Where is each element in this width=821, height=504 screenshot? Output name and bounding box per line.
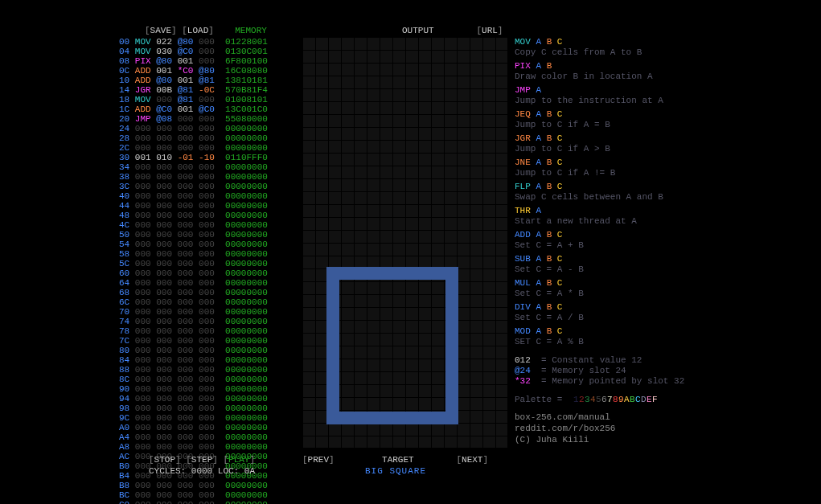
display-output xyxy=(302,37,508,449)
reference-panel: MOV A B CCopy C cells from A to BPIX A B… xyxy=(515,37,684,405)
url-button[interactable]: URL xyxy=(482,26,498,35)
target-name: BIG SQUARE xyxy=(365,466,426,476)
play-button[interactable]: PLAY xyxy=(228,455,249,465)
output-label: OUTPUT xyxy=(402,26,434,35)
footer-links: box-256.com/manual reddit.com/r/box256 (… xyxy=(515,412,615,445)
nav-controls: [PREV] TARGET [NEXT] xyxy=(302,455,488,465)
prev-button[interactable]: PREV xyxy=(308,455,329,465)
step-button[interactable]: STEP xyxy=(191,455,212,465)
next-button[interactable]: NEXT xyxy=(462,455,482,465)
run-controls: [STOP] [STEP] [PLAY] xyxy=(149,455,255,465)
big-square-shape xyxy=(326,267,458,424)
reddit-link[interactable]: reddit.com/r/box256 xyxy=(515,424,615,433)
manual-link[interactable]: box-256.com/manual xyxy=(515,412,610,422)
top-controls: [SAVE] [LOAD] MEMORY xyxy=(145,26,267,35)
code-panel[interactable]: 00 MOV 022 @80 000 0122800104 MOV 030 @C… xyxy=(119,37,268,504)
credit-text: (C) Juha Kiili xyxy=(515,435,589,445)
output-controls: OUTPUT [URL] xyxy=(402,26,503,35)
save-button[interactable]: SAVE xyxy=(150,26,171,35)
status-text: CYCLES: 0000 LOC: 0A xyxy=(149,466,255,476)
memory-label: MEMORY xyxy=(235,26,267,35)
stop-button[interactable]: STOP xyxy=(154,455,175,465)
target-label: TARGET xyxy=(382,455,414,465)
load-button[interactable]: LOAD xyxy=(187,26,208,35)
